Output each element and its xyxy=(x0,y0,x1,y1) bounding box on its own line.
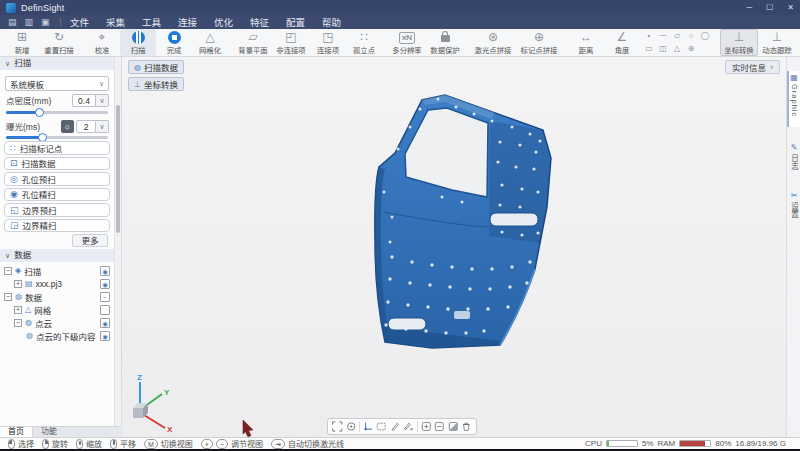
scan-data-button[interactable]: ⊡ 扫描数据 xyxy=(4,157,110,171)
cpu-meter xyxy=(606,440,638,447)
visibility-toggle[interactable]: ◉ xyxy=(100,318,110,328)
center-view-icon[interactable] xyxy=(346,420,357,433)
maximize-button[interactable]: ☐ xyxy=(766,3,773,12)
hole-finescan-icon: ◉ xyxy=(10,189,18,199)
toolbar-button-coord-transform[interactable]: ⊥ 坐标转换 xyxy=(720,29,758,56)
shape-rectangle-icon[interactable]: ▭ xyxy=(643,43,655,55)
tree-item-mesh[interactable]: + △ 网格 xyxy=(0,303,114,316)
hint-pan: 平移 xyxy=(110,438,136,449)
fit-view-icon[interactable] xyxy=(332,420,343,433)
brush-select-icon[interactable] xyxy=(390,420,401,433)
menu-connect[interactable]: 连接 xyxy=(178,15,197,29)
shape-plane-icon[interactable]: ▱ xyxy=(671,30,683,42)
shape-circle-icon[interactable]: ○ xyxy=(685,30,697,42)
visibility-toggle[interactable]: ◉ xyxy=(100,331,110,341)
expander-icon[interactable]: − xyxy=(4,267,12,275)
scan-markers-button[interactable]: ∷ 扫描标记点 xyxy=(4,141,110,155)
data-section-header[interactable]: ∨ 数据 xyxy=(0,249,114,262)
menu-optimize[interactable]: 优化 xyxy=(214,15,233,29)
visibility-toggle[interactable]: ◉ xyxy=(100,266,110,276)
scan-section-header[interactable]: ∨ 扫描 xyxy=(0,57,114,70)
boundary-finescan-button[interactable]: ◲ 边界精扫 xyxy=(4,219,110,233)
right-tab-graphic[interactable]: ▦ Graphic xyxy=(787,71,800,127)
tree-item-data[interactable]: − ◍ 数据 − xyxy=(0,290,114,303)
shape-cone-icon[interactable]: △ xyxy=(671,43,683,55)
remove-selected-icon[interactable] xyxy=(434,420,445,433)
pick-coordinate-icon[interactable] xyxy=(363,420,374,433)
toolbar-button-scan[interactable]: 扫描 xyxy=(120,29,156,56)
shape-sphere-icon[interactable]: ⊕ xyxy=(685,43,697,55)
auto-exposure-icon[interactable]: ☼ xyxy=(61,120,74,133)
expander-icon[interactable]: + xyxy=(14,306,22,314)
toolbar-button-data-protect[interactable]: 数据保护 xyxy=(426,29,464,56)
more-button[interactable]: 更多 xyxy=(72,234,108,247)
exposure-value[interactable]: 2 xyxy=(76,120,96,133)
delete-selection-icon[interactable] xyxy=(461,420,472,433)
cpu-percent: 5% xyxy=(642,439,654,448)
toolbar-button-marker-point-align[interactable]: ⊕ 标记点拼接 xyxy=(516,29,562,56)
visibility-toggle[interactable]: − xyxy=(100,292,110,302)
toolbar-button-mesh[interactable]: △ 网格化 xyxy=(192,29,228,56)
toolbar-button-connected-items[interactable]: ◳ 连接项 xyxy=(310,29,346,56)
toolbar-button-background-plane[interactable]: ▱ 背景平面 xyxy=(234,29,272,56)
close-button[interactable]: ✕ xyxy=(787,3,794,12)
menu-file[interactable]: 文件 xyxy=(70,15,89,29)
tab-functions[interactable]: 功能 xyxy=(33,427,65,437)
point-density-value[interactable]: 0.4 xyxy=(72,94,96,107)
tree-item-pointcloud[interactable]: − ◍ 点云 ◉ xyxy=(0,316,114,329)
visibility-toggle[interactable]: ◉ xyxy=(100,279,110,289)
expander-icon[interactable]: − xyxy=(14,319,22,327)
hole-prescan-button[interactable]: ◎ 孔位预扫 xyxy=(4,172,110,186)
shape-line-icon[interactable]: ─ xyxy=(657,30,669,42)
scrollbar-thumb[interactable] xyxy=(116,105,120,233)
toolbar-button-unconnected-items[interactable]: ◰ 非连接项 xyxy=(272,29,310,56)
toolbar-button-multi-resolution[interactable]: xN 多分辨率 xyxy=(388,29,426,56)
tree-item-scan[interactable]: − ◈ 扫描 ◉ xyxy=(0,264,114,277)
toolbar-button-isolated-points[interactable]: ∷ 孤立点 xyxy=(346,29,382,56)
toolbar-button-angle[interactable]: ∠ 角度 xyxy=(604,29,640,56)
toolbar-button-reset-scan[interactable]: ↻ 重置扫描 xyxy=(40,29,78,56)
tree-item-project-file[interactable]: + ▤ xxx.pj3 ◉ xyxy=(0,277,114,290)
viewport-3d[interactable]: ◍ 扫描数据 ⊥ 坐标转换 实时信息 › Z Y X xyxy=(122,57,786,437)
menu-help[interactable]: 帮助 xyxy=(322,15,341,29)
realtime-info-button[interactable]: 实时信息 › xyxy=(725,60,780,74)
keep-selected-icon[interactable] xyxy=(421,420,432,433)
tab-home[interactable]: 首页 xyxy=(0,427,33,437)
new-file-icon[interactable]: ▤ xyxy=(8,17,17,27)
expander-icon[interactable]: − xyxy=(4,293,12,301)
visibility-toggle[interactable] xyxy=(100,305,110,315)
chevron-down-icon[interactable]: ∨ xyxy=(96,94,109,107)
menu-capture[interactable]: 采集 xyxy=(106,15,125,29)
shape-ellipse-icon[interactable]: ◯ xyxy=(699,30,711,42)
menu-config[interactable]: 配置 xyxy=(286,15,305,29)
toolbar-button-laser-point-align[interactable]: ⊛ 激光点拼接 xyxy=(470,29,516,56)
template-dropdown[interactable]: 系统模板 ∨ xyxy=(5,76,109,91)
expander-icon[interactable]: + xyxy=(14,280,22,288)
brush-deselect-icon[interactable] xyxy=(403,420,414,433)
toolbar-button-distance[interactable]: ↔ 距离 xyxy=(568,29,604,56)
hole-finescan-button[interactable]: ◉ 孔位精扫 xyxy=(4,188,110,202)
right-tab-settings[interactable]: ✂ 设置 xyxy=(787,189,800,225)
right-tab-log[interactable]: ✎ 日志 xyxy=(787,141,800,177)
save-file-icon[interactable]: ▣ xyxy=(41,17,50,27)
minimize-button[interactable]: ─ xyxy=(746,3,752,12)
viewport-tab-coord-transform[interactable]: ⊥ 坐标转换 xyxy=(128,77,184,91)
toolbar-button-new[interactable]: ⊞ 新增 xyxy=(4,29,40,56)
boundary-finescan-icon: ◲ xyxy=(10,220,19,230)
toolbar-button-calibrate[interactable]: ⌖ 校准 xyxy=(84,29,120,56)
shape-point-icon[interactable]: • xyxy=(643,30,655,42)
point-density-slider[interactable] xyxy=(6,108,108,117)
rect-select-icon[interactable] xyxy=(376,420,387,433)
toolbar-button-dynamic-tracking[interactable]: ⊥ 动态跟踪 xyxy=(758,29,796,56)
shape-cylinder-icon[interactable]: ◫ xyxy=(657,43,669,55)
tree-item-pointcloud-child[interactable]: ◍ 点云的下级内容 ◉ xyxy=(0,329,114,342)
open-file-icon[interactable]: ▥ xyxy=(25,17,34,27)
viewport-tab-scan-data[interactable]: ◍ 扫描数据 xyxy=(128,60,184,74)
boundary-prescan-button[interactable]: ◱ 边界预扫 xyxy=(4,203,110,217)
invert-selection-icon[interactable] xyxy=(448,420,459,433)
laser-point-align-icon: ⊛ xyxy=(488,30,498,44)
menu-tools[interactable]: 工具 xyxy=(142,15,161,29)
menu-feature[interactable]: 特征 xyxy=(250,15,269,29)
toolbar-button-finish[interactable]: 完成 xyxy=(156,29,192,56)
chevron-down-icon[interactable]: ∨ xyxy=(96,120,109,133)
